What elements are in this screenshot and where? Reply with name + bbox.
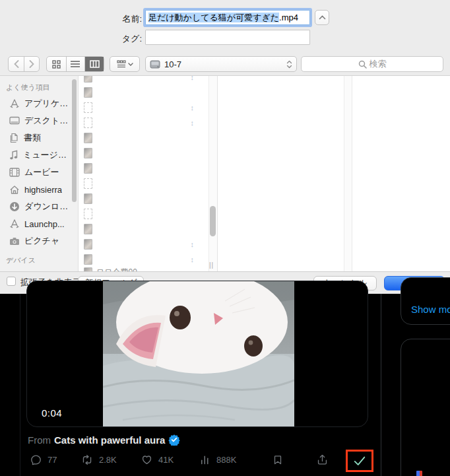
check-icon[interactable]: [352, 454, 367, 467]
file-thumbnail: [84, 163, 92, 174]
views-count: 888K: [216, 455, 236, 465]
retweet-icon: [80, 454, 94, 466]
file-thumbnail: [84, 133, 92, 143]
column-resize-handle[interactable]: ||: [209, 261, 214, 269]
desktop-icon: [9, 116, 20, 125]
heart-icon: [141, 454, 153, 466]
file-row[interactable]: [84, 222, 206, 236]
forward-button[interactable]: [24, 57, 39, 71]
filename-input[interactable]: 足だけ動かしてる猫が可愛すぎた.mp4: [145, 10, 310, 25]
file-row[interactable]: [84, 147, 206, 160]
file-row[interactable]: ↕: [84, 253, 206, 266]
icon-view-button[interactable]: [47, 57, 66, 71]
sidebar-item-music[interactable]: ミュージ…: [9, 148, 75, 162]
file-row[interactable]: [84, 162, 206, 175]
share-button[interactable]: [316, 454, 329, 466]
screen: 名前: 足だけ動かしてる猫が可愛すぎた.mp4 タグ:: [0, 0, 450, 476]
file-browser: ↕↕↕↕↕ ロロ会費00… ||: [78, 76, 450, 271]
search-input[interactable]: 検索: [301, 56, 443, 72]
reply-button[interactable]: 77: [30, 454, 57, 466]
card-media-fragment: [416, 471, 422, 476]
column-view-button[interactable]: [84, 57, 104, 71]
sidebar-scrollbar[interactable]: [72, 79, 77, 202]
list-view-button[interactable]: [66, 57, 85, 71]
updown-mark: ↕: [191, 255, 195, 263]
file-thumbnail: [84, 224, 92, 234]
file-row[interactable]: ↕: [84, 101, 206, 114]
chevron-right-icon: [29, 60, 34, 68]
sidebar-item-pictures[interactable]: ピクチャ: [9, 234, 75, 248]
bookmark-button[interactable]: [272, 454, 284, 466]
collapse-dialog-button[interactable]: [315, 10, 329, 25]
chevron-down-icon: [128, 63, 133, 66]
column1-scrollbar[interactable]: [210, 206, 216, 236]
file-column-3[interactable]: [352, 76, 450, 271]
tags-label: タグ:: [102, 33, 142, 45]
file-row[interactable]: [84, 86, 206, 99]
bookmark-icon: [272, 454, 284, 466]
devices-header: デバイス: [6, 255, 36, 265]
file-row[interactable]: ↕: [84, 238, 206, 251]
file-thumbnail: [84, 118, 92, 128]
sidebar-item-launchpad[interactable]: Launchp...: [9, 217, 75, 231]
file-thumbnail: [84, 148, 92, 158]
reply-count: 77: [48, 455, 57, 465]
filename-selected-text: 足だけ動かしてる猫が可愛すぎた: [148, 13, 279, 22]
file-row[interactable]: ↕: [84, 76, 206, 84]
tags-input[interactable]: [145, 30, 310, 45]
group-by-button[interactable]: [110, 56, 140, 72]
file-column-2[interactable]: [218, 76, 344, 271]
favorites-header: よく使う項目: [6, 83, 50, 92]
sidebar-item-movies[interactable]: ムービー: [9, 165, 75, 180]
sidebar-item-downloads[interactable]: ダウンロ…: [9, 199, 75, 214]
file-thumbnail: [84, 76, 92, 83]
file-row[interactable]: [84, 131, 206, 145]
views-chart-icon: [199, 454, 211, 466]
filename-extension: .mp4: [279, 13, 298, 22]
search-icon: [358, 60, 367, 69]
file-thumbnail: [84, 209, 92, 219]
video-player[interactable]: 0:04: [26, 281, 368, 427]
column-view-icon: [90, 60, 100, 68]
tweet-column-border: [20, 294, 20, 476]
hide-extension-checkbox[interactable]: [7, 277, 16, 286]
tweet-section: 0:04 From Cats with pawerful aura 77 2.8…: [0, 294, 450, 476]
file-row[interactable]: [84, 207, 206, 221]
updown-mark: ↕: [191, 104, 195, 112]
file-row[interactable]: [84, 177, 206, 190]
views-button[interactable]: 888K: [199, 454, 236, 466]
verified-badge-icon: [168, 434, 180, 446]
sidebar-next-card: [401, 339, 450, 476]
sidebar-item-desktop[interactable]: デスクト…: [9, 114, 75, 128]
file-row[interactable]: ↕: [84, 116, 206, 129]
back-button[interactable]: [9, 57, 24, 71]
file-thumbnail: [84, 87, 92, 98]
video-timestamp: 0:04: [42, 407, 62, 419]
reply-icon: [30, 454, 42, 466]
right-column-divider: [381, 294, 381, 476]
save-dialog: 名前: 足だけ動かしてる猫が可愛すぎた.mp4 タグ:: [0, 0, 450, 294]
documents-icon: [9, 133, 19, 143]
like-button[interactable]: 41K: [141, 454, 174, 466]
sidebar: よく使う項目 アプリケ… デスクト… 書類 ミュージ… ムービー: [0, 76, 78, 271]
group-view-icon: [117, 60, 126, 68]
retweet-button[interactable]: 2.8K: [80, 454, 117, 466]
camera-icon: [9, 237, 20, 246]
source-account-link[interactable]: Cats with pawerful aura: [54, 434, 165, 446]
sidebar-item-applications[interactable]: アプリケ…: [9, 96, 75, 111]
sidebar-item-home[interactable]: highsierra: [9, 182, 75, 197]
show-more-link[interactable]: Show mo: [411, 304, 450, 315]
view-mode-buttons: [46, 56, 104, 72]
location-dropdown[interactable]: 10-7: [145, 56, 297, 72]
filename-label: 名前:: [102, 13, 142, 25]
search-placeholder: 検索: [370, 58, 387, 70]
updown-mark: ↕: [191, 119, 195, 127]
tweet-source: From Cats with pawerful aura: [28, 434, 180, 446]
sidebar-item-documents[interactable]: 書類: [9, 131, 75, 145]
file-thumbnail: [84, 193, 92, 204]
downloads-icon: [9, 201, 20, 212]
cat-video-frame: [103, 281, 294, 427]
file-row[interactable]: [84, 192, 206, 205]
column1-scroll-gutter: [209, 76, 218, 271]
column2-scroll-gutter: [344, 76, 352, 271]
